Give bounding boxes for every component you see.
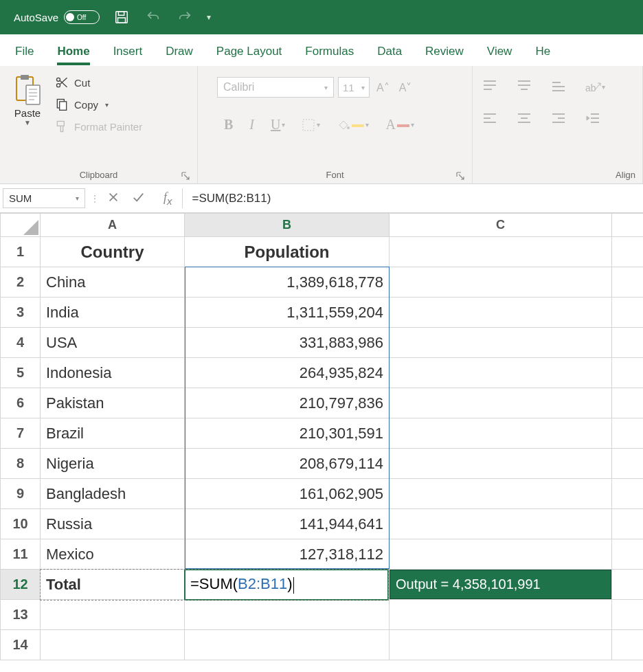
- cell-d1[interactable]: [612, 237, 644, 267]
- row-header[interactable]: 6: [1, 388, 41, 418]
- cell[interactable]: [390, 539, 612, 570]
- cell[interactable]: [185, 630, 390, 660]
- worksheet-grid[interactable]: A B C 1 Country Population 2China1,389,6…: [0, 213, 643, 660]
- tab-page-layout[interactable]: Page Layout: [216, 45, 282, 65]
- tab-formulas[interactable]: Formulas: [305, 45, 354, 65]
- cell[interactable]: Mexico: [41, 539, 185, 570]
- cell[interactable]: [390, 358, 612, 388]
- cell[interactable]: [612, 418, 644, 449]
- chevron-down-icon[interactable]: ▼: [24, 119, 31, 126]
- col-header-b[interactable]: B: [185, 214, 390, 237]
- save-icon[interactable]: [112, 8, 131, 27]
- name-box[interactable]: SUM ▾: [3, 188, 85, 208]
- cell[interactable]: Russia: [41, 509, 185, 539]
- cell[interactable]: 161,062,905: [185, 479, 390, 509]
- row-header[interactable]: 5: [1, 358, 41, 388]
- row-header[interactable]: 4: [1, 328, 41, 358]
- cell[interactable]: [390, 298, 612, 328]
- format-painter-button[interactable]: Format Painter: [55, 120, 142, 133]
- cell-c12[interactable]: Output = 4,358,101,991: [390, 570, 612, 600]
- col-header-d[interactable]: [612, 214, 644, 237]
- align-center-button[interactable]: [517, 112, 532, 126]
- fx-icon[interactable]: fx: [163, 190, 172, 207]
- cell[interactable]: [390, 418, 612, 449]
- dialog-launcher-icon[interactable]: [181, 171, 190, 181]
- align-bottom-button[interactable]: [551, 80, 566, 94]
- paste-button[interactable]: Paste ▼: [7, 74, 48, 126]
- row-header[interactable]: 14: [1, 630, 41, 660]
- col-header-c[interactable]: C: [390, 214, 612, 237]
- cell[interactable]: [612, 630, 644, 660]
- align-middle-button[interactable]: [517, 80, 532, 94]
- cell[interactable]: [612, 539, 644, 570]
- cell[interactable]: Bangladesh: [41, 479, 185, 509]
- font-size-select[interactable]: 11▾: [338, 77, 370, 98]
- tab-draw[interactable]: Draw: [166, 45, 193, 65]
- cell[interactable]: 210,797,836: [185, 388, 390, 418]
- cell-b1[interactable]: Population: [185, 237, 390, 267]
- cell[interactable]: 210,301,591: [185, 418, 390, 449]
- cell-a1[interactable]: Country: [41, 237, 185, 267]
- align-left-button[interactable]: [482, 112, 497, 126]
- cell[interactable]: [612, 479, 644, 509]
- underline-button[interactable]: U▾: [271, 117, 285, 133]
- cell[interactable]: [41, 630, 185, 660]
- row-header[interactable]: 8: [1, 449, 41, 479]
- cell[interactable]: USA: [41, 328, 185, 358]
- enter-formula-button[interactable]: [132, 191, 144, 205]
- cell[interactable]: [390, 479, 612, 509]
- cell[interactable]: Indonesia: [41, 358, 185, 388]
- cancel-formula-button[interactable]: [107, 191, 120, 205]
- cell[interactable]: [612, 600, 644, 630]
- redo-icon[interactable]: [175, 8, 194, 27]
- font-name-select[interactable]: Calibri▾: [217, 77, 334, 98]
- row-header[interactable]: 9: [1, 479, 41, 509]
- cell[interactable]: [612, 358, 644, 388]
- cell[interactable]: [390, 449, 612, 479]
- copy-button[interactable]: Copy ▾: [55, 98, 142, 111]
- align-right-button[interactable]: [551, 112, 566, 126]
- cell[interactable]: [612, 509, 644, 539]
- cell[interactable]: 127,318,112: [185, 539, 390, 570]
- tab-view[interactable]: View: [487, 45, 512, 65]
- dialog-launcher-icon[interactable]: [455, 171, 465, 181]
- cell[interactable]: Nigeria: [41, 449, 185, 479]
- cell[interactable]: 1,311,559,204: [185, 298, 390, 328]
- cell[interactable]: 331,883,986: [185, 328, 390, 358]
- row-header[interactable]: 3: [1, 298, 41, 328]
- row-header[interactable]: 12: [1, 570, 41, 600]
- tab-review[interactable]: Review: [425, 45, 464, 65]
- autosave-toggle[interactable]: AutoSave Off: [14, 10, 100, 24]
- cell[interactable]: Brazil: [41, 418, 185, 449]
- row-header[interactable]: 13: [1, 600, 41, 630]
- grow-font-button[interactable]: A˄: [374, 81, 392, 94]
- cell[interactable]: 264,935,824: [185, 358, 390, 388]
- cut-button[interactable]: Cut: [55, 76, 142, 89]
- tab-data[interactable]: Data: [377, 45, 402, 65]
- row-header[interactable]: 2: [1, 267, 41, 298]
- cell-b12-editing[interactable]: =SUM(B2:B11): [185, 570, 390, 600]
- formula-bar-input[interactable]: =SUM(B2:B11): [183, 184, 643, 212]
- cell[interactable]: [612, 570, 644, 600]
- italic-button[interactable]: I: [249, 117, 254, 133]
- cell[interactable]: [612, 267, 644, 298]
- qat-customize-icon[interactable]: ▾: [207, 12, 211, 22]
- chevron-down-icon[interactable]: ▾: [76, 194, 79, 202]
- row-header[interactable]: 10: [1, 509, 41, 539]
- orientation-button[interactable]: ab▾: [585, 80, 605, 94]
- cell[interactable]: India: [41, 298, 185, 328]
- cell[interactable]: [390, 630, 612, 660]
- cell[interactable]: [390, 388, 612, 418]
- tab-home[interactable]: Home: [57, 45, 89, 65]
- undo-icon[interactable]: [144, 8, 163, 27]
- cell[interactable]: [390, 267, 612, 298]
- cell[interactable]: Pakistan: [41, 388, 185, 418]
- borders-button[interactable]: ▾: [302, 118, 320, 132]
- toggle-switch[interactable]: Off: [64, 10, 100, 24]
- cell[interactable]: [185, 600, 390, 630]
- decrease-indent-button[interactable]: [585, 112, 600, 126]
- row-header[interactable]: 11: [1, 539, 41, 570]
- select-all-corner[interactable]: [1, 214, 41, 237]
- cell[interactable]: [390, 509, 612, 539]
- bold-button[interactable]: B: [224, 117, 233, 133]
